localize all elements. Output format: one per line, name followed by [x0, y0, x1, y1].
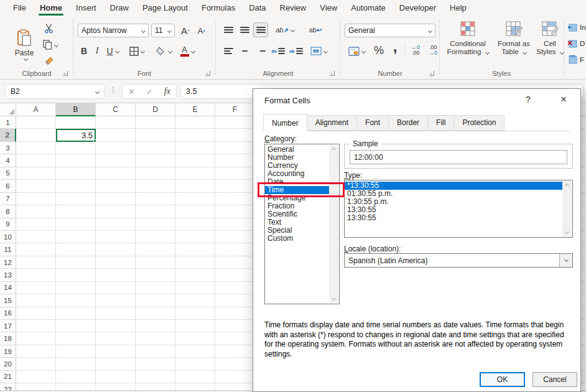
top-align-button[interactable]: [221, 24, 235, 35]
menu-tab-help[interactable]: Help: [443, 1, 473, 16]
formula-bar-grip-icon[interactable]: ⋮: [109, 86, 117, 95]
cell-A13[interactable]: [16, 269, 56, 281]
bottom-align-button[interactable]: [253, 22, 268, 37]
cell-A20[interactable]: [16, 358, 56, 370]
cell-F10[interactable]: [215, 231, 255, 243]
cell-D15[interactable]: [136, 294, 175, 307]
cell-B1[interactable]: [56, 116, 96, 129]
name-box[interactable]: B2: [5, 84, 105, 99]
decrease-decimal-button[interactable]: .00→0: [426, 42, 440, 58]
locale-dropdown-button[interactable]: [559, 254, 572, 267]
cell-B6[interactable]: [56, 180, 96, 192]
scroll-up-icon[interactable]: [329, 145, 338, 154]
menu-tab-view[interactable]: View: [313, 1, 344, 16]
menu-tab-page-layout[interactable]: Page Layout: [136, 1, 195, 16]
cell-A5[interactable]: [16, 167, 56, 180]
cell-E15[interactable]: [175, 294, 215, 307]
column-header-b[interactable]: B: [56, 103, 96, 116]
cell-F9[interactable]: [215, 218, 255, 231]
menu-tab-formulas[interactable]: Formulas: [195, 1, 242, 16]
row-header-6[interactable]: 6: [0, 180, 16, 192]
dialog-tab-protection[interactable]: Protection: [454, 115, 505, 131]
cell-D22[interactable]: [136, 383, 175, 390]
cell-E1[interactable]: [175, 116, 215, 129]
accounting-format-button[interactable]: [345, 45, 368, 57]
cell-A3[interactable]: [16, 142, 56, 154]
row-header-16[interactable]: 16: [0, 307, 16, 320]
cell-F14[interactable]: [215, 282, 255, 294]
cell-D4[interactable]: [136, 154, 175, 167]
cell-C2[interactable]: [96, 129, 136, 141]
row-header-17[interactable]: 17: [0, 320, 16, 332]
column-header-d[interactable]: D: [136, 103, 175, 116]
conditional-formatting-button[interactable]: Conditional Formatting: [444, 21, 491, 56]
close-icon[interactable]: ×: [556, 92, 572, 107]
cell-E13[interactable]: [175, 269, 215, 281]
column-header-a[interactable]: A: [16, 103, 56, 116]
menu-tab-automate[interactable]: Automate: [344, 1, 393, 16]
cut-button[interactable]: [42, 22, 56, 35]
row-header-2[interactable]: 2: [0, 129, 16, 141]
cell-C19[interactable]: [96, 345, 136, 358]
row-header-7[interactable]: 7: [0, 193, 16, 205]
dialog-tab-number[interactable]: Number: [263, 114, 307, 131]
locale-combo[interactable]: Spanish (Latin America): [344, 253, 573, 268]
cell-A19[interactable]: [16, 345, 56, 358]
row-header-13[interactable]: 13: [0, 269, 16, 281]
borders-button[interactable]: [127, 45, 147, 57]
menu-tab-home[interactable]: Home: [33, 1, 69, 16]
cell-E7[interactable]: [175, 193, 215, 205]
wrap-text-button[interactable]: ab ↩: [305, 23, 326, 37]
row-header-21[interactable]: 21: [0, 371, 16, 383]
fill-color-button[interactable]: [153, 45, 174, 57]
cell-A15[interactable]: [16, 294, 56, 307]
cell-E10[interactable]: [175, 231, 215, 243]
row-header-14[interactable]: 14: [0, 282, 16, 294]
cell-B20[interactable]: [56, 358, 96, 370]
cell-E5[interactable]: [175, 167, 215, 180]
cell-A12[interactable]: [16, 256, 56, 269]
cell-B15[interactable]: [56, 294, 96, 307]
cells-group-button-2[interactable]: F: [567, 54, 586, 66]
font-color-button[interactable]: A: [177, 44, 198, 58]
column-header-e[interactable]: E: [175, 103, 215, 116]
cell-F6[interactable]: [215, 180, 255, 192]
cells-group-button-1[interactable]: D: [567, 37, 586, 50]
category-item-custom[interactable]: Custom: [265, 235, 329, 243]
alignment-dialog-launcher-icon[interactable]: [330, 71, 335, 76]
cell-C14[interactable]: [96, 282, 136, 294]
cell-C15[interactable]: [96, 294, 136, 307]
cell-D16[interactable]: [136, 307, 175, 320]
cell-C8[interactable]: [96, 205, 136, 218]
category-scrollbar[interactable]: [329, 145, 338, 303]
orientation-button[interactable]: ab ↗: [272, 23, 297, 37]
row-header-15[interactable]: 15: [0, 294, 16, 307]
row-header-5[interactable]: 5: [0, 167, 16, 180]
cell-D1[interactable]: [136, 116, 175, 129]
cell-F2[interactable]: [215, 129, 255, 141]
comma-style-button[interactable]: ,: [389, 39, 401, 55]
cell-F12[interactable]: [215, 256, 255, 269]
cell-E9[interactable]: [175, 218, 215, 231]
insert-function-button[interactable]: fx: [164, 86, 170, 96]
cell-D8[interactable]: [136, 205, 175, 218]
cell-E6[interactable]: [175, 180, 215, 192]
format-as-table-button[interactable]: Format as Table: [494, 21, 534, 56]
cell-D13[interactable]: [136, 269, 175, 281]
cell-D12[interactable]: [136, 256, 175, 269]
cell-D5[interactable]: [136, 167, 175, 180]
align-right-button[interactable]: [254, 45, 267, 57]
cell-C6[interactable]: [96, 180, 136, 192]
cell-C11[interactable]: [96, 243, 136, 256]
cell-E12[interactable]: [175, 256, 215, 269]
cell-B12[interactable]: [56, 256, 96, 269]
cell-D6[interactable]: [136, 180, 175, 192]
row-header-1[interactable]: 1: [0, 116, 16, 129]
cell-E2[interactable]: [175, 129, 215, 141]
cell-E17[interactable]: [175, 320, 215, 332]
number-dialog-launcher-icon[interactable]: [429, 71, 434, 76]
cell-C22[interactable]: [96, 383, 136, 390]
column-header-c[interactable]: C: [96, 103, 136, 116]
menu-tab-data[interactable]: Data: [242, 1, 272, 16]
decrease-font-size-button[interactable]: Av: [194, 24, 209, 37]
